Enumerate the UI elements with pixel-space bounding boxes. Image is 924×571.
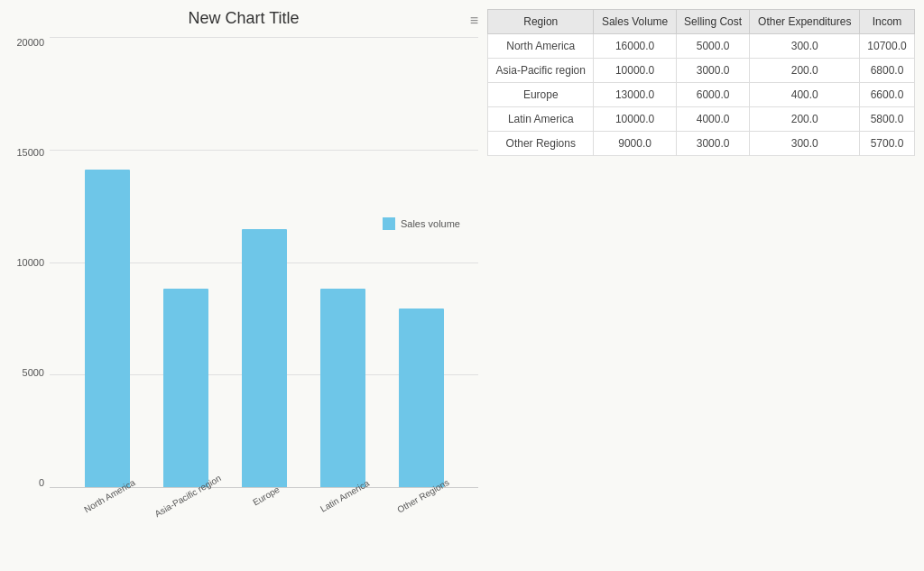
chart-title: New Chart Title — [9, 9, 478, 28]
bar-group — [303, 289, 382, 487]
table-row: Latin America10000.04000.0200.05800.0 — [488, 107, 915, 132]
chart-area: New Chart Title ≡ 20000150001000050000 N… — [0, 0, 487, 571]
table-cell-value: 10000.0 — [594, 107, 676, 132]
table-header-cell: Selling Cost — [676, 10, 750, 34]
table-cell-value: 5800.0 — [860, 107, 915, 132]
table-cell-value: 200.0 — [750, 107, 860, 132]
table-cell-value: 9000.0 — [594, 132, 676, 156]
legend-color-swatch — [383, 217, 395, 230]
table-cell-value: 3000.0 — [676, 132, 750, 156]
table-cell-region: Asia-Pacific region — [488, 59, 594, 83]
x-axis-label: Europe — [252, 484, 282, 508]
bar-group — [146, 289, 225, 487]
x-axis-label-wrap: Asia-Pacific region — [146, 488, 225, 542]
table-cell-value: 13000.0 — [594, 83, 676, 107]
table-cell-value: 3000.0 — [676, 59, 750, 83]
y-axis-label: 15000 — [16, 147, 44, 158]
table-cell-region: Other Regions — [488, 132, 594, 156]
x-axis: North AmericaAsia-Pacific regionEuropeLa… — [50, 488, 478, 542]
table-cell-value: 6000.0 — [676, 83, 750, 107]
legend: Sales volume — [383, 217, 460, 230]
table-cell-value: 6800.0 — [860, 59, 915, 83]
table-cell-value: 5700.0 — [860, 132, 915, 156]
x-axis-label-wrap: North America — [68, 488, 146, 542]
legend-label: Sales volume — [401, 218, 460, 229]
bar[interactable] — [85, 170, 130, 487]
x-axis-label-wrap: Europe — [225, 488, 303, 542]
table-header-cell: Sales Volume — [594, 10, 676, 34]
table-row: North America16000.05000.0300.010700.0 — [488, 34, 915, 59]
y-axis-label: 10000 — [16, 257, 44, 268]
table-cell-region: Europe — [488, 83, 594, 107]
table-header-cell: Other Expenditures — [750, 10, 860, 34]
bar[interactable] — [163, 289, 208, 487]
table-cell-value: 5000.0 — [676, 34, 750, 59]
table-cell-value: 400.0 — [750, 83, 860, 107]
table-row: Asia-Pacific region10000.03000.0200.0680… — [488, 59, 915, 83]
x-axis-label-wrap: Latin America — [303, 488, 382, 542]
table-cell-value: 200.0 — [750, 59, 860, 83]
table-header-cell: Region — [488, 10, 594, 34]
table-cell-value: 6600.0 — [860, 83, 915, 107]
table-cell-region: Latin America — [488, 107, 594, 132]
y-axis: 20000150001000050000 — [9, 37, 50, 488]
table-cell-value: 16000.0 — [594, 34, 676, 59]
table-cell-value: 4000.0 — [676, 107, 750, 132]
data-table: RegionSales VolumeSelling CostOther Expe… — [487, 9, 915, 156]
table-cell-value: 300.0 — [750, 34, 860, 59]
table-row: Other Regions9000.03000.0300.05700.0 — [488, 132, 915, 156]
table-cell-value: 300.0 — [750, 132, 860, 156]
bar[interactable] — [242, 229, 287, 487]
chart-container: 20000150001000050000 North AmericaAsia-P… — [9, 37, 478, 542]
bar-group — [382, 309, 460, 487]
x-axis-label-wrap: Other Regions — [382, 488, 460, 542]
bar[interactable] — [320, 289, 365, 487]
table-header-cell: Incom — [860, 10, 915, 34]
table-cell-value: 10700.0 — [860, 34, 915, 59]
y-axis-label: 0 — [39, 477, 44, 488]
table-area: RegionSales VolumeSelling CostOther Expe… — [487, 0, 924, 571]
y-axis-label: 20000 — [16, 37, 44, 48]
plot-area — [50, 37, 478, 488]
hamburger-menu-icon[interactable]: ≡ — [470, 13, 478, 29]
bar-group — [68, 170, 146, 487]
table-cell-region: North America — [488, 34, 594, 59]
table-row: Europe13000.06000.0400.06600.0 — [488, 83, 915, 107]
y-axis-label: 5000 — [23, 367, 44, 378]
bar-group — [225, 229, 303, 487]
table-cell-value: 10000.0 — [594, 59, 676, 83]
bar[interactable] — [399, 309, 444, 487]
bars-wrapper — [50, 37, 478, 487]
